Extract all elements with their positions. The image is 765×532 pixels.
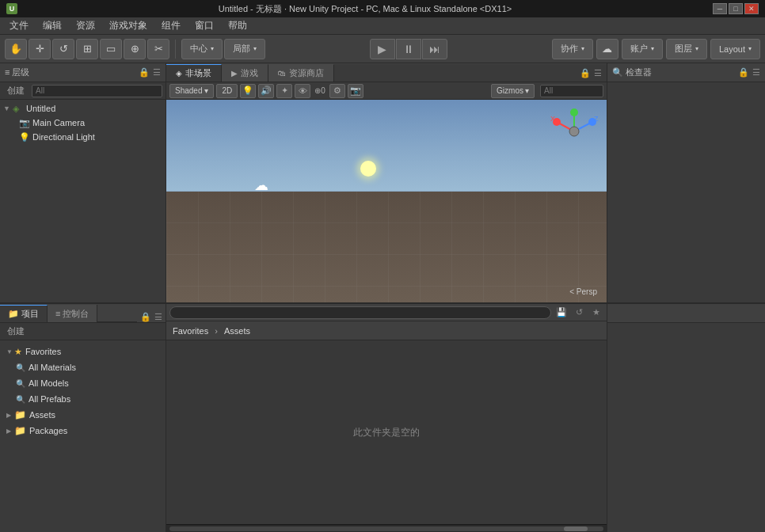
play-group: ▶ ⏸ ⏭: [370, 39, 447, 59]
project-toolbar: 创建: [0, 323, 166, 340]
scene-toolbar: Shaded ▾ 2D 💡 🔊 ✦ 👁 ⊕0 ⚙ 📷 Gizmos ▾: [166, 82, 607, 100]
star-icon[interactable]: ★: [589, 306, 603, 320]
2d-label: 2D: [222, 86, 232, 95]
asset-search-input[interactable]: [169, 306, 551, 319]
scene-viewport[interactable]: ☁ Z X: [166, 100, 607, 302]
search-icon: 🔍: [16, 379, 25, 388]
store-tab[interactable]: 🛍 资源商店: [268, 64, 334, 82]
menu-assets[interactable]: 资源: [70, 17, 101, 34]
rotate-tool-button[interactable]: ↺: [52, 39, 74, 59]
menu-edit[interactable]: 编辑: [36, 17, 68, 34]
viewport-area: ◈ 非场景 ▶ 游戏 🛍 资源商店 🔒 ☰: [166, 63, 607, 302]
scene-camera-button[interactable]: 📷: [348, 84, 363, 98]
scene-settings-button[interactable]: ⚙: [329, 84, 345, 98]
asset-breadcrumb: Favorites: [173, 326, 208, 336]
play-button[interactable]: ▶: [370, 39, 395, 59]
refresh-icon[interactable]: ↺: [572, 306, 586, 320]
favorites-section-header[interactable]: ▼ ★ Favorites: [0, 344, 166, 359]
all-materials-label: All Materials: [29, 363, 76, 372]
menu-window[interactable]: 窗口: [188, 17, 220, 34]
scene-vr-icon: ⊕0: [313, 86, 327, 95]
effects-button[interactable]: ✦: [276, 84, 292, 98]
rect-tool-button[interactable]: ▭: [100, 39, 122, 59]
scene-tab[interactable]: ◈ 非场景: [166, 64, 222, 82]
cloud-button[interactable]: ☁: [596, 39, 618, 59]
menu-component[interactable]: 组件: [155, 17, 187, 34]
pivot-center-button[interactable]: 中心 ▾: [181, 39, 223, 59]
inspector-lock-icon[interactable]: 🔒: [738, 67, 749, 78]
lighting-button[interactable]: 💡: [240, 84, 256, 98]
hierarchy-item-scene[interactable]: ▼ ◈ Untitled: [0, 101, 166, 116]
lock-icon[interactable]: 🔒: [139, 67, 150, 78]
list-item[interactable]: 🔍 All Prefabs: [0, 391, 166, 407]
menu-file[interactable]: 文件: [3, 17, 35, 34]
scene-search-input[interactable]: [540, 85, 603, 97]
scene-lock-icon[interactable]: 🔒: [580, 68, 591, 78]
grid-svg: [166, 191, 607, 302]
account-button[interactable]: 账户 ▾: [622, 39, 663, 59]
save-icon[interactable]: 💾: [554, 306, 569, 320]
chevron-down-icon: ▾: [651, 45, 654, 52]
cloud-icon: ☁: [254, 177, 268, 194]
hierarchy-search-input[interactable]: [32, 85, 162, 97]
project-tab[interactable]: 📁 项目: [0, 305, 48, 322]
project-create-button[interactable]: 创建: [3, 324, 29, 339]
menu-gameobject[interactable]: 游戏对象: [103, 17, 154, 34]
toolbar-right: 协作 ▾ ☁ 账户 ▾ 图层 ▾ Layout ▾: [552, 39, 760, 59]
gizmos-button[interactable]: Gizmos ▾: [491, 84, 535, 98]
project-menu-icon[interactable]: ☰: [154, 312, 162, 322]
2d-toggle-button[interactable]: 2D: [216, 84, 238, 98]
game-tab[interactable]: ▶ 游戏: [222, 64, 268, 82]
menu-help[interactable]: 帮助: [222, 17, 253, 34]
svg-text:Z: Z: [594, 115, 599, 123]
svg-point-9: [569, 127, 579, 136]
close-button[interactable]: ✕: [744, 3, 759, 14]
viewport-background: ☁ Z X: [166, 100, 607, 302]
layers-button[interactable]: 图层 ▾: [666, 39, 707, 59]
transform-tool-button[interactable]: ⊕: [124, 39, 146, 59]
svg-text:X: X: [550, 115, 555, 123]
orientation-gizmo[interactable]: Z X: [549, 106, 600, 158]
audio-button[interactable]: 🔊: [258, 84, 274, 98]
shading-mode-button[interactable]: Shaded ▾: [169, 84, 214, 98]
playback-controls: ▶ ⏸ ⏭: [268, 39, 549, 59]
hand-tool-button[interactable]: ✋: [5, 39, 27, 59]
asset-scrollbar[interactable]: [166, 524, 607, 532]
console-tab[interactable]: ≡ 控制台: [48, 305, 97, 322]
window-controls: ─ □ ✕: [713, 3, 759, 14]
account-label: 账户: [630, 43, 648, 55]
list-item[interactable]: 🔍 All Materials: [0, 359, 166, 375]
inspector-menu-icon[interactable]: ☰: [752, 67, 760, 78]
scene-menu-icon[interactable]: ☰: [594, 68, 602, 78]
assets-folder-item[interactable]: ▶ 📁 Assets: [0, 407, 166, 423]
minimize-button[interactable]: ─: [713, 3, 727, 14]
list-item[interactable]: 🔍 All Models: [0, 375, 166, 391]
scene-tab-label: 非场景: [185, 67, 211, 79]
hierarchy-content: ▼ ◈ Untitled 📷 Main Camera 💡 Directional…: [0, 100, 166, 302]
menu-icon[interactable]: ☰: [153, 67, 161, 78]
pivot-local-button[interactable]: 局部 ▾: [224, 39, 265, 59]
hide-button[interactable]: 👁: [295, 84, 310, 98]
scale-tool-button[interactable]: ⊞: [76, 39, 98, 59]
maximize-button[interactable]: □: [729, 3, 743, 14]
collaborate-button[interactable]: 协作 ▾: [552, 39, 593, 59]
step-button[interactable]: ⏭: [422, 39, 447, 59]
extra-tool-button[interactable]: ✂: [147, 39, 169, 59]
project-tab-icon: 📁: [8, 309, 19, 319]
window-title: Untitled - 无标题 · New Unity Project - PC,…: [22, 3, 708, 15]
asset-path: Assets: [224, 326, 250, 336]
pause-button[interactable]: ⏸: [396, 39, 421, 59]
folder-icon: 📁: [14, 409, 26, 420]
hierarchy-title: ≡ 层级: [5, 66, 139, 78]
hierarchy-item-light[interactable]: 💡 Directional Light: [0, 130, 166, 144]
layout-button[interactable]: Layout ▾: [710, 39, 760, 59]
expand-arrow-icon: ▶: [6, 412, 14, 419]
main-toolbar: ✋ ✛ ↺ ⊞ ▭ ⊕ ✂ 中心 ▾ 局部 ▾ ▶ ⏸ ⏭ 协作 ▾ ☁ 账户: [0, 35, 765, 63]
project-lock-icon[interactable]: 🔒: [140, 312, 151, 322]
hierarchy-create-button[interactable]: 创建: [3, 83, 29, 98]
hierarchy-item-camera[interactable]: 📷 Main Camera: [0, 116, 166, 130]
shading-mode-label: Shaded: [175, 86, 202, 95]
move-tool-button[interactable]: ✛: [29, 39, 51, 59]
packages-folder-item[interactable]: ▶ 📁 Packages: [0, 423, 166, 439]
breadcrumb-separator: ›: [215, 326, 218, 336]
